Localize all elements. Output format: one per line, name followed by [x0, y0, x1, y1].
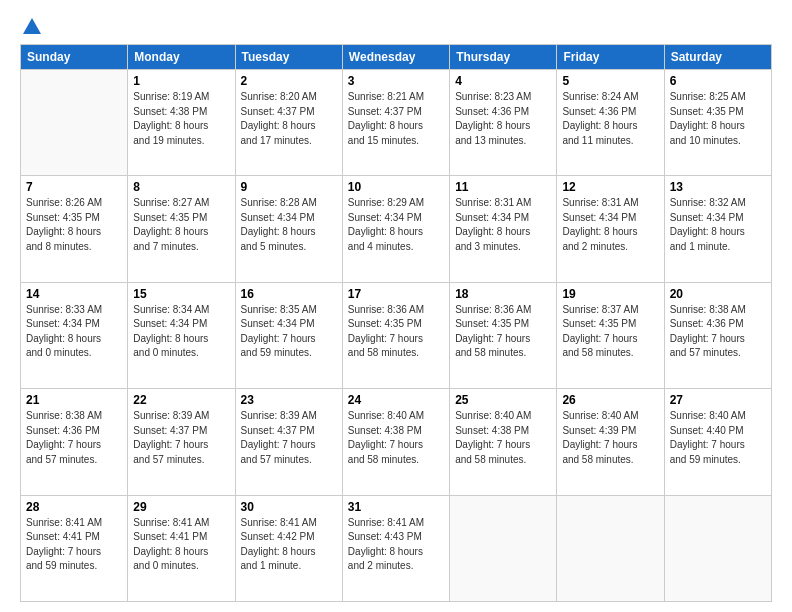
calendar-cell: 19Sunrise: 8:37 AMSunset: 4:35 PMDayligh… [557, 282, 664, 388]
calendar-cell: 21Sunrise: 8:38 AMSunset: 4:36 PMDayligh… [21, 389, 128, 495]
day-number: 15 [133, 287, 229, 301]
calendar-header-row: Sunday Monday Tuesday Wednesday Thursday… [21, 45, 772, 70]
calendar-cell: 7Sunrise: 8:26 AMSunset: 4:35 PMDaylight… [21, 176, 128, 282]
day-info: Sunrise: 8:37 AMSunset: 4:35 PMDaylight:… [562, 303, 658, 361]
calendar-cell: 5Sunrise: 8:24 AMSunset: 4:36 PMDaylight… [557, 70, 664, 176]
day-number: 3 [348, 74, 444, 88]
calendar-row-0: 1Sunrise: 8:19 AMSunset: 4:38 PMDaylight… [21, 70, 772, 176]
calendar-cell: 17Sunrise: 8:36 AMSunset: 4:35 PMDayligh… [342, 282, 449, 388]
calendar-cell: 11Sunrise: 8:31 AMSunset: 4:34 PMDayligh… [450, 176, 557, 282]
day-info: Sunrise: 8:28 AMSunset: 4:34 PMDaylight:… [241, 196, 337, 254]
logo-icon [21, 16, 43, 38]
day-info: Sunrise: 8:32 AMSunset: 4:34 PMDaylight:… [670, 196, 766, 254]
calendar-cell: 22Sunrise: 8:39 AMSunset: 4:37 PMDayligh… [128, 389, 235, 495]
calendar-row-1: 7Sunrise: 8:26 AMSunset: 4:35 PMDaylight… [21, 176, 772, 282]
calendar-cell [450, 495, 557, 601]
calendar-cell: 24Sunrise: 8:40 AMSunset: 4:38 PMDayligh… [342, 389, 449, 495]
col-friday: Friday [557, 45, 664, 70]
day-number: 25 [455, 393, 551, 407]
day-info: Sunrise: 8:25 AMSunset: 4:35 PMDaylight:… [670, 90, 766, 148]
calendar-cell: 3Sunrise: 8:21 AMSunset: 4:37 PMDaylight… [342, 70, 449, 176]
day-info: Sunrise: 8:38 AMSunset: 4:36 PMDaylight:… [26, 409, 122, 467]
day-info: Sunrise: 8:38 AMSunset: 4:36 PMDaylight:… [670, 303, 766, 361]
day-number: 1 [133, 74, 229, 88]
day-info: Sunrise: 8:40 AMSunset: 4:39 PMDaylight:… [562, 409, 658, 467]
day-info: Sunrise: 8:41 AMSunset: 4:41 PMDaylight:… [26, 516, 122, 574]
day-number: 2 [241, 74, 337, 88]
day-number: 17 [348, 287, 444, 301]
day-number: 8 [133, 180, 229, 194]
calendar: Sunday Monday Tuesday Wednesday Thursday… [20, 44, 772, 602]
calendar-cell: 18Sunrise: 8:36 AMSunset: 4:35 PMDayligh… [450, 282, 557, 388]
day-number: 30 [241, 500, 337, 514]
day-number: 23 [241, 393, 337, 407]
calendar-cell: 2Sunrise: 8:20 AMSunset: 4:37 PMDaylight… [235, 70, 342, 176]
day-info: Sunrise: 8:40 AMSunset: 4:38 PMDaylight:… [455, 409, 551, 467]
day-info: Sunrise: 8:31 AMSunset: 4:34 PMDaylight:… [562, 196, 658, 254]
day-info: Sunrise: 8:40 AMSunset: 4:40 PMDaylight:… [670, 409, 766, 467]
calendar-cell: 27Sunrise: 8:40 AMSunset: 4:40 PMDayligh… [664, 389, 771, 495]
day-number: 22 [133, 393, 229, 407]
day-info: Sunrise: 8:39 AMSunset: 4:37 PMDaylight:… [241, 409, 337, 467]
day-number: 24 [348, 393, 444, 407]
day-number: 12 [562, 180, 658, 194]
day-number: 31 [348, 500, 444, 514]
day-info: Sunrise: 8:31 AMSunset: 4:34 PMDaylight:… [455, 196, 551, 254]
calendar-cell: 14Sunrise: 8:33 AMSunset: 4:34 PMDayligh… [21, 282, 128, 388]
calendar-cell: 31Sunrise: 8:41 AMSunset: 4:43 PMDayligh… [342, 495, 449, 601]
calendar-cell [21, 70, 128, 176]
day-info: Sunrise: 8:39 AMSunset: 4:37 PMDaylight:… [133, 409, 229, 467]
col-tuesday: Tuesday [235, 45, 342, 70]
day-info: Sunrise: 8:41 AMSunset: 4:41 PMDaylight:… [133, 516, 229, 574]
page: Sunday Monday Tuesday Wednesday Thursday… [0, 0, 792, 612]
day-number: 28 [26, 500, 122, 514]
calendar-cell: 23Sunrise: 8:39 AMSunset: 4:37 PMDayligh… [235, 389, 342, 495]
col-sunday: Sunday [21, 45, 128, 70]
day-info: Sunrise: 8:40 AMSunset: 4:38 PMDaylight:… [348, 409, 444, 467]
day-info: Sunrise: 8:26 AMSunset: 4:35 PMDaylight:… [26, 196, 122, 254]
calendar-cell: 12Sunrise: 8:31 AMSunset: 4:34 PMDayligh… [557, 176, 664, 282]
day-number: 13 [670, 180, 766, 194]
calendar-cell: 13Sunrise: 8:32 AMSunset: 4:34 PMDayligh… [664, 176, 771, 282]
day-info: Sunrise: 8:20 AMSunset: 4:37 PMDaylight:… [241, 90, 337, 148]
day-number: 5 [562, 74, 658, 88]
day-info: Sunrise: 8:34 AMSunset: 4:34 PMDaylight:… [133, 303, 229, 361]
calendar-cell: 30Sunrise: 8:41 AMSunset: 4:42 PMDayligh… [235, 495, 342, 601]
day-number: 19 [562, 287, 658, 301]
day-number: 18 [455, 287, 551, 301]
calendar-cell: 1Sunrise: 8:19 AMSunset: 4:38 PMDaylight… [128, 70, 235, 176]
calendar-cell: 25Sunrise: 8:40 AMSunset: 4:38 PMDayligh… [450, 389, 557, 495]
day-info: Sunrise: 8:21 AMSunset: 4:37 PMDaylight:… [348, 90, 444, 148]
col-saturday: Saturday [664, 45, 771, 70]
day-number: 26 [562, 393, 658, 407]
svg-marker-0 [23, 18, 41, 34]
day-info: Sunrise: 8:33 AMSunset: 4:34 PMDaylight:… [26, 303, 122, 361]
day-info: Sunrise: 8:41 AMSunset: 4:42 PMDaylight:… [241, 516, 337, 574]
logo [20, 16, 44, 34]
day-info: Sunrise: 8:36 AMSunset: 4:35 PMDaylight:… [455, 303, 551, 361]
day-number: 29 [133, 500, 229, 514]
day-number: 20 [670, 287, 766, 301]
day-info: Sunrise: 8:27 AMSunset: 4:35 PMDaylight:… [133, 196, 229, 254]
calendar-cell: 8Sunrise: 8:27 AMSunset: 4:35 PMDaylight… [128, 176, 235, 282]
calendar-cell: 28Sunrise: 8:41 AMSunset: 4:41 PMDayligh… [21, 495, 128, 601]
calendar-cell: 10Sunrise: 8:29 AMSunset: 4:34 PMDayligh… [342, 176, 449, 282]
day-info: Sunrise: 8:41 AMSunset: 4:43 PMDaylight:… [348, 516, 444, 574]
day-info: Sunrise: 8:36 AMSunset: 4:35 PMDaylight:… [348, 303, 444, 361]
calendar-cell: 26Sunrise: 8:40 AMSunset: 4:39 PMDayligh… [557, 389, 664, 495]
day-number: 14 [26, 287, 122, 301]
col-monday: Monday [128, 45, 235, 70]
calendar-cell [664, 495, 771, 601]
day-number: 4 [455, 74, 551, 88]
day-number: 27 [670, 393, 766, 407]
day-number: 21 [26, 393, 122, 407]
col-wednesday: Wednesday [342, 45, 449, 70]
day-info: Sunrise: 8:19 AMSunset: 4:38 PMDaylight:… [133, 90, 229, 148]
calendar-row-3: 21Sunrise: 8:38 AMSunset: 4:36 PMDayligh… [21, 389, 772, 495]
calendar-cell: 15Sunrise: 8:34 AMSunset: 4:34 PMDayligh… [128, 282, 235, 388]
day-number: 7 [26, 180, 122, 194]
day-number: 10 [348, 180, 444, 194]
day-info: Sunrise: 8:29 AMSunset: 4:34 PMDaylight:… [348, 196, 444, 254]
calendar-cell: 6Sunrise: 8:25 AMSunset: 4:35 PMDaylight… [664, 70, 771, 176]
calendar-cell: 29Sunrise: 8:41 AMSunset: 4:41 PMDayligh… [128, 495, 235, 601]
